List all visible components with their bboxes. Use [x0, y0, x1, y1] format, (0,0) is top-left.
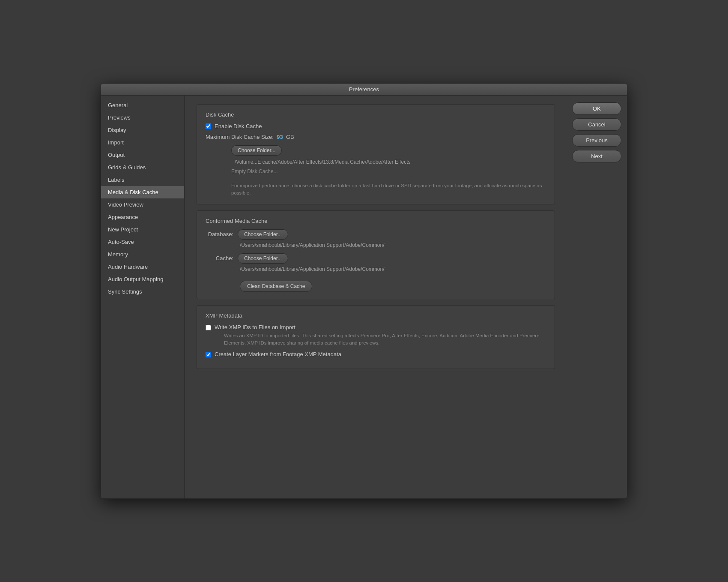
ok-button[interactable]: OK — [572, 102, 621, 115]
sidebar-item-memory[interactable]: Memory — [101, 248, 184, 261]
enable-disk-cache-label: Enable Disk Cache — [215, 123, 262, 129]
sidebar-item-appearance[interactable]: Appearance — [101, 211, 184, 223]
sidebar-item-grids-guides[interactable]: Grids & Guides — [101, 161, 184, 174]
sidebar-item-import[interactable]: Import — [101, 136, 184, 149]
title-bar: Preferences — [101, 84, 627, 96]
main-content: Disk Cache Enable Disk Cache Maximum Dis… — [185, 96, 567, 498]
write-xmp-row: Write XMP IDs to Files on Import Writes … — [206, 324, 546, 347]
sidebar-item-video-preview[interactable]: Video Preview — [101, 198, 184, 211]
cache-path: /Users/smahboubi/Library/Application Sup… — [240, 266, 546, 272]
xmp-metadata-section: XMP Metadata Write XMP IDs to Files on I… — [197, 305, 555, 369]
disk-cache-choose-folder-button[interactable]: Choose Folder... — [231, 145, 282, 156]
sidebar-item-general[interactable]: General — [101, 99, 184, 111]
disk-cache-hint: For improved performance, choose a disk … — [231, 182, 546, 197]
create-layer-markers-label: Create Layer Markers from Footage XMP Me… — [215, 351, 341, 357]
action-buttons: OK Cancel Previous Next — [567, 96, 627, 498]
max-size-label: Maximum Disk Cache Size: — [206, 134, 274, 140]
sidebar-item-auto-save[interactable]: Auto-Save — [101, 236, 184, 248]
disk-cache-section: Disk Cache Enable Disk Cache Maximum Dis… — [197, 104, 555, 204]
sidebar-item-labels[interactable]: Labels — [101, 174, 184, 186]
write-xmp-label: Write XMP IDs to Files on Import — [215, 324, 295, 330]
window-title: Preferences — [349, 86, 379, 93]
sidebar-item-new-project[interactable]: New Project — [101, 223, 184, 236]
max-size-unit: GB — [286, 134, 294, 140]
enable-disk-cache-row: Enable Disk Cache — [206, 123, 546, 129]
sidebar-item-previews[interactable]: Previews — [101, 111, 184, 124]
xmp-metadata-title: XMP Metadata — [206, 312, 546, 319]
disk-cache-path: /Volume...E cache/Adobe/After Effects/13… — [235, 159, 546, 165]
database-path: /Users/smahboubi/Library/Application Sup… — [240, 242, 546, 248]
cancel-button[interactable]: Cancel — [572, 118, 621, 131]
preferences-window: Preferences GeneralPreviewsDisplayImport… — [101, 83, 627, 499]
database-choose-folder-button[interactable]: Choose Folder... — [238, 229, 288, 240]
empty-disk-cache-button[interactable]: Empty Disk Cache... — [231, 168, 278, 175]
previous-button[interactable]: Previous — [572, 134, 621, 147]
conformed-media-cache-title: Conformed Media Cache — [206, 218, 546, 224]
create-layer-markers-row: Create Layer Markers from Footage XMP Me… — [206, 351, 546, 357]
sidebar-item-audio-hardware[interactable]: Audio Hardware — [101, 261, 184, 273]
enable-disk-cache-checkbox[interactable] — [206, 123, 211, 129]
write-xmp-desc: Writes an XMP ID to imported files. This… — [224, 332, 546, 347]
conformed-media-cache-section: Conformed Media Cache Database: Choose F… — [197, 210, 555, 299]
sidebar: GeneralPreviewsDisplayImportOutputGrids … — [101, 96, 185, 498]
cache-row: Cache: Choose Folder... — [206, 253, 546, 264]
max-size-value: 93 — [277, 134, 283, 140]
disk-cache-folder-group: Choose Folder... /Volume...E cache/Adobe… — [231, 145, 546, 197]
sidebar-item-media-disk-cache[interactable]: Media & Disk Cache — [101, 186, 184, 198]
sidebar-item-sync-settings[interactable]: Sync Settings — [101, 285, 184, 298]
cache-choose-folder-button[interactable]: Choose Folder... — [238, 253, 288, 264]
database-row: Database: Choose Folder... — [206, 229, 546, 240]
next-button[interactable]: Next — [572, 150, 621, 162]
clean-database-cache-button[interactable]: Clean Database & Cache — [240, 281, 312, 292]
sidebar-item-audio-output-mapping[interactable]: Audio Output Mapping — [101, 273, 184, 285]
disk-cache-title: Disk Cache — [206, 111, 546, 118]
database-label: Database: — [206, 231, 233, 237]
create-layer-markers-checkbox[interactable] — [206, 352, 211, 357]
sidebar-item-output[interactable]: Output — [101, 149, 184, 161]
write-xmp-checkbox[interactable] — [206, 325, 211, 330]
sidebar-item-display[interactable]: Display — [101, 124, 184, 136]
cache-label: Cache: — [206, 255, 233, 261]
max-disk-cache-size-row: Maximum Disk Cache Size: 93 GB — [206, 134, 546, 140]
